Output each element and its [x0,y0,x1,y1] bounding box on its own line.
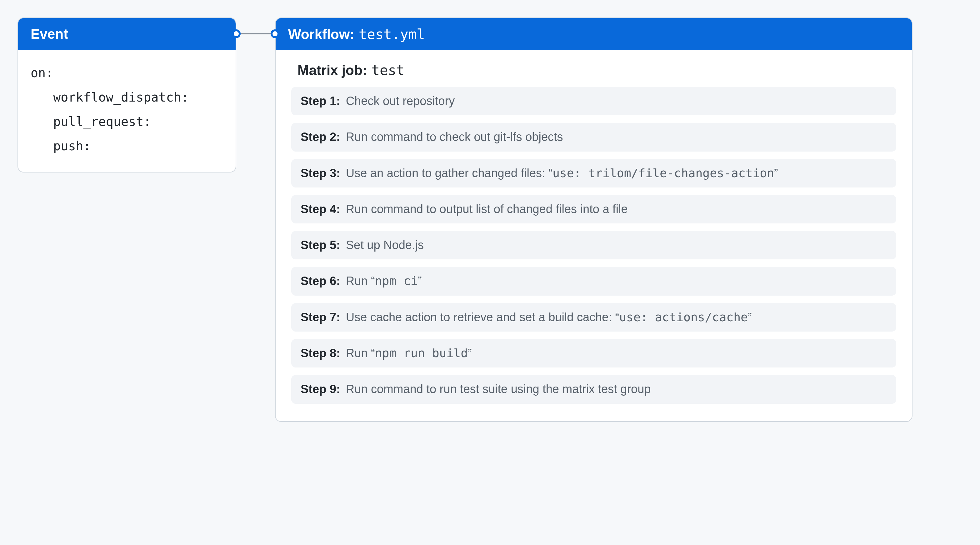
step-code: use: trilom/file-changes-action [552,166,774,180]
step-description: Use an action to gather changed files: “… [346,165,778,181]
step-description: Run command to run test suite using the … [346,381,651,397]
step-label: Step 4: [301,201,340,217]
step-row: Step 9:Run command to run test suite usi… [291,375,896,404]
event-body: on: workflow_dispatch: pull_request: pus… [18,50,235,172]
step-label: Step 9: [301,381,340,397]
step-code: npm ci [375,274,418,288]
step-label: Step 6: [301,273,340,289]
step-description: Run “npm ci” [346,273,422,289]
step-row: Step 1:Check out repository [291,87,896,115]
workflow-header: Workflow: test.yml [275,18,912,50]
step-row: Step 7:Use cache action to retrieve and … [291,303,896,332]
step-row: Step 5:Set up Node.js [291,231,896,259]
step-row: Step 6:Run “npm ci” [291,267,896,295]
step-code: use: actions/cache [619,310,748,324]
step-description: Check out repository [346,93,455,109]
step-label: Step 7: [301,309,340,325]
step-row: Step 3:Use an action to gather changed f… [291,159,896,187]
step-description: Run “npm run build” [346,345,472,361]
steps-list: Step 1:Check out repositoryStep 2:Run co… [291,87,896,404]
step-row: Step 2:Run command to check out git-lfs … [291,123,896,151]
step-row: Step 8:Run “npm run build” [291,339,896,367]
diagram-stage: Event on: workflow_dispatch: pull_reques… [0,0,980,545]
event-header: Event [18,18,235,50]
step-description: Run command to output list of changed fi… [346,201,628,217]
matrix-job-title: Matrix job: test [298,62,896,78]
workflow-card: Workflow: test.yml Matrix job: test Step… [275,17,913,422]
event-code-line: workflow_dispatch: [30,85,223,110]
step-description: Use cache action to retrieve and set a b… [346,309,752,325]
step-label: Step 1: [301,93,340,109]
step-description: Run command to check out git-lfs objects [346,129,563,145]
step-label: Step 2: [301,129,340,145]
event-code-line: on: [30,60,223,85]
workflow-header-file: test.yml [359,26,425,42]
step-description: Set up Node.js [346,237,424,253]
matrix-job-label: Matrix job: [298,62,367,78]
connector-dot-right [270,29,279,38]
event-code-line: pull_request: [30,110,223,134]
event-code-line: push: [30,134,223,158]
step-label: Step 3: [301,165,340,181]
workflow-body: Matrix job: test Step 1:Check out reposi… [275,50,912,421]
step-code: npm run build [375,346,468,360]
step-row: Step 4:Run command to output list of cha… [291,195,896,223]
matrix-job-name: test [371,62,404,78]
step-label: Step 5: [301,237,340,253]
event-card: Event on: workflow_dispatch: pull_reques… [18,17,236,173]
connector-dot-left [232,29,240,38]
workflow-header-label: Workflow: [288,27,355,42]
connector-line [236,33,275,34]
step-label: Step 8: [301,345,340,361]
event-header-label: Event [30,26,68,42]
